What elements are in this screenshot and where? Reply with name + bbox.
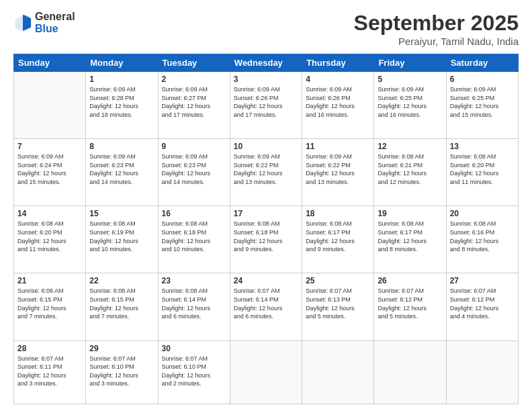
- day-info: Sunrise: 6:07 AM Sunset: 6:12 PM Dayligh…: [378, 287, 442, 320]
- day-info: Sunrise: 6:07 AM Sunset: 6:13 PM Dayligh…: [306, 287, 370, 320]
- day-info: Sunrise: 6:08 AM Sunset: 6:19 PM Dayligh…: [89, 220, 154, 253]
- calendar-cell: 15Sunrise: 6:08 AM Sunset: 6:19 PM Dayli…: [86, 206, 158, 273]
- day-info: Sunrise: 6:07 AM Sunset: 6:10 PM Dayligh…: [162, 355, 226, 388]
- calendar-cell: 20Sunrise: 6:08 AM Sunset: 6:16 PM Dayli…: [446, 206, 518, 273]
- day-number: 13: [450, 142, 515, 151]
- day-number: 5: [378, 75, 442, 84]
- calendar-cell: [14, 72, 86, 139]
- day-number: 3: [234, 75, 298, 84]
- calendar-header-monday: Monday: [86, 54, 158, 72]
- day-info: Sunrise: 6:09 AM Sunset: 6:25 PM Dayligh…: [450, 85, 515, 119]
- calendar-cell: 27Sunrise: 6:07 AM Sunset: 6:12 PM Dayli…: [446, 273, 518, 340]
- calendar-cell: 16Sunrise: 6:08 AM Sunset: 6:18 PM Dayli…: [158, 206, 230, 273]
- day-info: Sunrise: 6:08 AM Sunset: 6:18 PM Dayligh…: [234, 220, 298, 253]
- day-number: 27: [450, 276, 515, 285]
- calendar-header-friday: Friday: [374, 54, 446, 72]
- calendar-cell: [446, 340, 518, 404]
- page: General Blue September 2025 Peraiyur, Ta…: [0, 0, 532, 411]
- calendar-cell: 17Sunrise: 6:08 AM Sunset: 6:18 PM Dayli…: [230, 206, 302, 273]
- calendar-cell: 9Sunrise: 6:09 AM Sunset: 6:23 PM Daylig…: [158, 139, 230, 206]
- calendar-header-tuesday: Tuesday: [158, 54, 230, 72]
- day-info: Sunrise: 6:09 AM Sunset: 6:26 PM Dayligh…: [234, 85, 298, 119]
- logo-line1: General: [35, 11, 75, 23]
- day-number: 9: [162, 142, 226, 151]
- day-number: 16: [162, 209, 226, 218]
- day-number: 30: [162, 344, 226, 353]
- calendar-header-sunday: Sunday: [14, 54, 86, 72]
- calendar-cell: [302, 340, 374, 404]
- calendar-week-4: 21Sunrise: 6:08 AM Sunset: 6:15 PM Dayli…: [14, 273, 519, 340]
- calendar-cell: 21Sunrise: 6:08 AM Sunset: 6:15 PM Dayli…: [14, 273, 86, 340]
- day-info: Sunrise: 6:08 AM Sunset: 6:17 PM Dayligh…: [378, 220, 442, 253]
- calendar-cell: 18Sunrise: 6:08 AM Sunset: 6:17 PM Dayli…: [302, 206, 374, 273]
- day-number: 25: [306, 276, 370, 285]
- calendar-cell: 23Sunrise: 6:08 AM Sunset: 6:14 PM Dayli…: [158, 273, 230, 340]
- calendar-cell: [374, 340, 446, 404]
- day-number: 29: [89, 344, 154, 353]
- logo-text-block: General Blue: [35, 11, 75, 34]
- day-info: Sunrise: 6:09 AM Sunset: 6:25 PM Dayligh…: [378, 85, 442, 119]
- day-info: Sunrise: 6:08 AM Sunset: 6:14 PM Dayligh…: [162, 287, 226, 320]
- calendar-cell: 8Sunrise: 6:09 AM Sunset: 6:23 PM Daylig…: [86, 139, 158, 206]
- calendar-cell: 3Sunrise: 6:09 AM Sunset: 6:26 PM Daylig…: [230, 72, 302, 139]
- calendar-cell: 2Sunrise: 6:09 AM Sunset: 6:27 PM Daylig…: [158, 72, 230, 139]
- day-info: Sunrise: 6:07 AM Sunset: 6:11 PM Dayligh…: [17, 355, 82, 388]
- day-number: 21: [17, 276, 82, 285]
- day-info: Sunrise: 6:07 AM Sunset: 6:10 PM Dayligh…: [89, 355, 154, 388]
- day-number: 15: [89, 209, 154, 218]
- calendar-cell: 5Sunrise: 6:09 AM Sunset: 6:25 PM Daylig…: [374, 72, 446, 139]
- calendar-cell: 29Sunrise: 6:07 AM Sunset: 6:10 PM Dayli…: [86, 340, 158, 404]
- day-info: Sunrise: 6:08 AM Sunset: 6:15 PM Dayligh…: [17, 287, 82, 320]
- calendar-cell: [230, 340, 302, 404]
- calendar-header-wednesday: Wednesday: [230, 54, 302, 72]
- logo-line2: Blue: [35, 23, 75, 35]
- day-info: Sunrise: 6:08 AM Sunset: 6:15 PM Dayligh…: [89, 287, 154, 320]
- day-number: 17: [234, 209, 298, 218]
- calendar-cell: 22Sunrise: 6:08 AM Sunset: 6:15 PM Dayli…: [86, 273, 158, 340]
- day-number: 20: [450, 209, 515, 218]
- calendar-cell: 6Sunrise: 6:09 AM Sunset: 6:25 PM Daylig…: [446, 72, 518, 139]
- day-number: 6: [450, 75, 515, 84]
- calendar-week-3: 14Sunrise: 6:08 AM Sunset: 6:20 PM Dayli…: [14, 206, 519, 273]
- day-number: 12: [378, 142, 442, 151]
- calendar-table: SundayMondayTuesdayWednesdayThursdayFrid…: [13, 54, 519, 404]
- day-info: Sunrise: 6:09 AM Sunset: 6:23 PM Dayligh…: [162, 152, 226, 186]
- day-info: Sunrise: 6:08 AM Sunset: 6:17 PM Dayligh…: [306, 220, 370, 253]
- calendar-week-1: 1Sunrise: 6:09 AM Sunset: 6:28 PM Daylig…: [14, 72, 519, 139]
- day-info: Sunrise: 6:09 AM Sunset: 6:22 PM Dayligh…: [234, 152, 298, 186]
- calendar-header-thursday: Thursday: [302, 54, 374, 72]
- main-title: September 2025: [354, 11, 519, 36]
- subtitle: Peraiyur, Tamil Nadu, India: [354, 36, 519, 47]
- day-number: 19: [378, 209, 442, 218]
- day-info: Sunrise: 6:09 AM Sunset: 6:27 PM Dayligh…: [162, 85, 226, 119]
- day-info: Sunrise: 6:08 AM Sunset: 6:18 PM Dayligh…: [162, 220, 226, 253]
- calendar-cell: 30Sunrise: 6:07 AM Sunset: 6:10 PM Dayli…: [158, 340, 230, 404]
- calendar-cell: 26Sunrise: 6:07 AM Sunset: 6:12 PM Dayli…: [374, 273, 446, 340]
- day-number: 23: [162, 276, 226, 285]
- day-info: Sunrise: 6:07 AM Sunset: 6:14 PM Dayligh…: [234, 287, 298, 320]
- calendar-cell: 4Sunrise: 6:09 AM Sunset: 6:26 PM Daylig…: [302, 72, 374, 139]
- calendar-week-5: 28Sunrise: 6:07 AM Sunset: 6:11 PM Dayli…: [14, 340, 519, 404]
- calendar-cell: 7Sunrise: 6:09 AM Sunset: 6:24 PM Daylig…: [14, 139, 86, 206]
- day-info: Sunrise: 6:07 AM Sunset: 6:12 PM Dayligh…: [450, 287, 515, 320]
- day-info: Sunrise: 6:08 AM Sunset: 6:21 PM Dayligh…: [378, 152, 442, 186]
- calendar-week-2: 7Sunrise: 6:09 AM Sunset: 6:24 PM Daylig…: [14, 139, 519, 206]
- logo: General Blue: [13, 11, 75, 34]
- calendar-cell: 19Sunrise: 6:08 AM Sunset: 6:17 PM Dayli…: [374, 206, 446, 273]
- calendar-cell: 24Sunrise: 6:07 AM Sunset: 6:14 PM Dayli…: [230, 273, 302, 340]
- header: General Blue September 2025 Peraiyur, Ta…: [13, 11, 519, 47]
- calendar-header-row: SundayMondayTuesdayWednesdayThursdayFrid…: [14, 54, 519, 72]
- calendar-cell: 14Sunrise: 6:08 AM Sunset: 6:20 PM Dayli…: [14, 206, 86, 273]
- calendar-cell: 12Sunrise: 6:08 AM Sunset: 6:21 PM Dayli…: [374, 139, 446, 206]
- day-number: 7: [17, 142, 82, 151]
- day-number: 22: [89, 276, 154, 285]
- day-info: Sunrise: 6:09 AM Sunset: 6:24 PM Dayligh…: [17, 152, 82, 186]
- day-number: 11: [306, 142, 370, 151]
- day-info: Sunrise: 6:09 AM Sunset: 6:28 PM Dayligh…: [89, 85, 154, 119]
- calendar-cell: 10Sunrise: 6:09 AM Sunset: 6:22 PM Dayli…: [230, 139, 302, 206]
- day-number: 4: [306, 75, 370, 84]
- day-number: 24: [234, 276, 298, 285]
- day-info: Sunrise: 6:08 AM Sunset: 6:20 PM Dayligh…: [17, 220, 82, 253]
- day-number: 28: [17, 344, 82, 353]
- day-number: 18: [306, 209, 370, 218]
